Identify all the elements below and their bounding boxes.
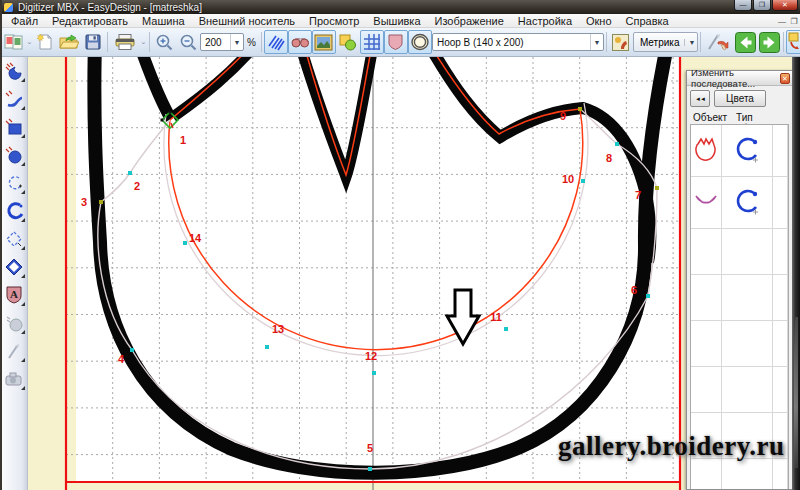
stitch-point-marker[interactable] — [581, 179, 585, 183]
menu-item-просмотр[interactable]: Просмотр — [302, 14, 366, 28]
object-list-empty-row[interactable] — [691, 229, 788, 275]
menu-item-настройка[interactable]: Настройка — [511, 14, 579, 28]
back-icon — [735, 32, 756, 53]
purple-crescent-outline[interactable] — [691, 177, 722, 228]
stitch-point-marker[interactable] — [183, 241, 187, 245]
design-artwork: 1234567891011121314 — [0, 57, 800, 490]
maximize-button[interactable]: ❐ — [753, 0, 771, 11]
hoop-select-combobox[interactable]: Hoop B (140 x 200) ▼ — [432, 33, 604, 51]
undo-button[interactable] — [733, 30, 757, 54]
image-prep-icon — [611, 33, 630, 52]
hoop-select-value: Hoop B (140 x 200) — [437, 37, 524, 48]
convert-object-button[interactable] — [786, 30, 800, 54]
mdi-minimize-button[interactable]: — — [776, 17, 788, 26]
menu-item-файл[interactable]: Файл — [4, 14, 45, 28]
hoop-ring-icon — [410, 33, 430, 51]
point-number-label: 8 — [606, 152, 612, 164]
menu-bar: ФайлРедактироватьМашинаВнешний носительП… — [0, 14, 800, 28]
panel-title-bar[interactable]: Изменить последовате... ✕ — [687, 71, 792, 86]
units-select-combobox[interactable]: Метрика ▼ — [633, 32, 699, 52]
object-list-empty-row[interactable] — [691, 275, 788, 321]
grid-icon — [363, 33, 381, 51]
run-stitch-icon[interactable] — [722, 177, 773, 228]
point-number-label: 11 — [490, 311, 502, 323]
wand-redo-button[interactable] — [703, 30, 733, 54]
stitch-point-marker[interactable] — [646, 294, 650, 298]
zoom-out-button[interactable] — [176, 30, 200, 54]
save-design-button[interactable] — [81, 30, 105, 54]
close-button[interactable]: ✕ — [772, 0, 798, 11]
stitch-point-marker[interactable] — [265, 345, 269, 349]
resequence-panel: Изменить последовате... ✕ ◄◄ Цвета Объек… — [686, 70, 793, 490]
object-list-empty-row[interactable] — [691, 321, 788, 367]
anchor-point-marker[interactable] — [655, 186, 659, 190]
units-select-value: Метрика — [640, 37, 680, 48]
run-stitch-icon[interactable] — [722, 125, 773, 176]
zoom-in-icon — [155, 33, 174, 52]
stitch-point-marker[interactable] — [368, 467, 372, 471]
point-number-label: 10 — [562, 173, 574, 185]
panel-title: Изменить последовате... — [691, 67, 780, 89]
menu-item-машина[interactable]: Машина — [135, 14, 192, 28]
panel-close-button[interactable]: ✕ — [780, 73, 790, 84]
object-list-empty-row[interactable] — [691, 459, 788, 489]
stitch-point-marker[interactable] — [128, 171, 132, 175]
show-hoop-ring-toggle[interactable] — [408, 30, 432, 54]
redo-button[interactable] — [757, 30, 781, 54]
print-button[interactable] — [110, 30, 140, 54]
minimize-button[interactable]: — — [734, 0, 752, 11]
show-objects-toggle[interactable] — [336, 30, 360, 54]
point-number-label: 12 — [365, 350, 377, 362]
zoom-level-combobox[interactable]: 200 ▼ — [200, 33, 244, 51]
object-list-empty-row[interactable] — [691, 367, 788, 413]
point-number-label: 1 — [180, 134, 186, 146]
image-preparation-button[interactable] — [609, 30, 633, 54]
mdi-window-controls: — ❐ — [776, 14, 800, 28]
open-design-button[interactable] — [57, 30, 81, 54]
point-number-label: 7 — [635, 189, 641, 201]
menu-item-справка[interactable]: Справка — [619, 14, 676, 28]
stitch-point-marker[interactable] — [615, 142, 619, 146]
show-hoop-toggle[interactable] — [384, 30, 408, 54]
object-list-row[interactable] — [691, 125, 788, 177]
forward-icon — [759, 32, 780, 53]
stitch-point-marker[interactable] — [372, 371, 376, 375]
red-crown-outline[interactable] — [691, 125, 722, 176]
mdi-restore-button[interactable]: ❐ — [788, 17, 800, 26]
zoom-in-button[interactable] — [152, 30, 176, 54]
chevron-down-icon[interactable]: ▼ — [590, 34, 603, 50]
trueview-glasses-icon — [290, 34, 310, 50]
menu-item-изображение[interactable]: Изображение — [428, 14, 511, 28]
point-number-label: 13 — [272, 323, 284, 335]
menu-item-редактировать[interactable]: Редактировать — [45, 14, 135, 28]
menu-item-внешний носитель[interactable]: Внешний носитель — [192, 14, 302, 28]
chevron-down-icon[interactable]: ▼ — [230, 34, 243, 50]
design-cards-button[interactable] — [2, 30, 26, 54]
print-icon — [114, 33, 136, 51]
show-image-toggle[interactable] — [312, 30, 336, 54]
to-start-button[interactable]: ◄◄ — [690, 90, 710, 107]
object-list-row[interactable] — [691, 177, 788, 229]
trueview-toggle[interactable] — [288, 30, 312, 54]
new-design-button[interactable] — [33, 30, 57, 54]
toolbar-overflow-grip2[interactable]: ⌄ — [140, 30, 147, 54]
application-window: Digitizer MBX - EasyDesign - [matreshka]… — [0, 0, 800, 490]
anchor-point-marker[interactable] — [578, 107, 582, 111]
new-document-icon — [36, 33, 54, 51]
window-title: Digitizer MBX - EasyDesign - [matreshka] — [18, 2, 202, 13]
design-canvas[interactable]: 1234567891011121314 — [28, 57, 800, 490]
point-number-label: 2 — [134, 180, 140, 192]
menu-item-окно[interactable]: Окно — [579, 14, 619, 28]
show-grid-toggle[interactable] — [360, 30, 384, 54]
colors-button[interactable]: Цвета — [714, 90, 766, 107]
menu-item-вышивка[interactable]: Вышивка — [366, 14, 427, 28]
objects-icon — [338, 33, 357, 51]
title-bar: Digitizer MBX - EasyDesign - [matreshka]… — [0, 0, 800, 14]
window-right-edge — [792, 57, 800, 490]
toolbar-overflow-grip[interactable]: ⌄ — [26, 30, 33, 54]
stitch-point-marker[interactable] — [504, 327, 508, 331]
stitch-point-marker[interactable] — [130, 348, 134, 352]
stitch-view-toggle[interactable] — [264, 30, 288, 54]
anchor-point-marker[interactable] — [99, 200, 103, 204]
chevron-down-icon[interactable]: ▼ — [684, 39, 695, 46]
